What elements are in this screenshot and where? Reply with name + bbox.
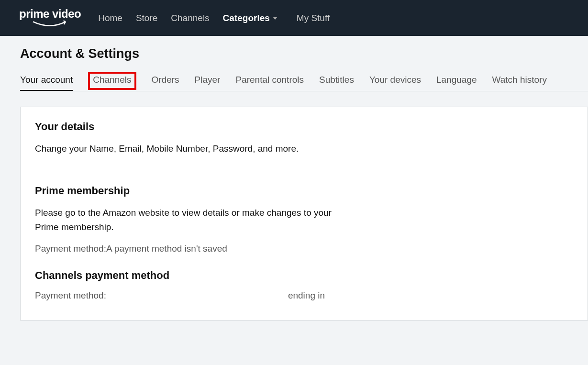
top-nav: prime video Home Store Channels Categori… (0, 0, 588, 36)
channels-payment-row: Payment method: ending in (35, 290, 573, 301)
prime-body: Please go to the Amazon website to view … (35, 206, 351, 234)
tab-orders[interactable]: Orders (152, 75, 179, 91)
your-details-body: Change your Name, Email, Mobile Number, … (35, 142, 351, 155)
channels-payment-ending: ending in (288, 290, 325, 301)
prime-video-logo[interactable]: prime video (19, 8, 81, 28)
tab-your-account[interactable]: Your account (20, 75, 73, 91)
page-title: Account & Settings (20, 46, 588, 61)
channels-payment-title: Channels payment method (35, 269, 573, 282)
chevron-down-icon (273, 17, 277, 20)
page-body: Account & Settings Your account Channels… (0, 36, 588, 321)
nav-home[interactable]: Home (98, 13, 122, 23)
channels-payment-label: Payment method: (35, 290, 106, 301)
card-your-details[interactable]: Your details Change your Name, Email, Mo… (20, 107, 588, 171)
nav-categories[interactable]: Categories (223, 13, 277, 23)
smile-icon (31, 21, 69, 28)
settings-tabs: Your account Channels Orders Player Pare… (20, 75, 588, 91)
tab-your-devices[interactable]: Your devices (369, 75, 421, 91)
prime-title: Prime membership (35, 185, 573, 197)
prime-payment-line: Payment method:A payment method isn't sa… (35, 243, 573, 254)
tab-subtitles[interactable]: Subtitles (319, 75, 354, 91)
nav-mystuff[interactable]: My Stuff (297, 13, 330, 23)
tab-player[interactable]: Player (195, 75, 221, 91)
nav-channels[interactable]: Channels (171, 13, 209, 23)
card-prime-membership: Prime membership Please go to the Amazon… (20, 171, 588, 321)
nav-store[interactable]: Store (136, 13, 157, 23)
logo-text: prime video (19, 8, 81, 20)
tab-language[interactable]: Language (436, 75, 477, 91)
tab-parental-controls[interactable]: Parental controls (235, 75, 304, 91)
your-details-title: Your details (35, 121, 573, 133)
nav-categories-label: Categories (223, 13, 270, 23)
tab-channels[interactable]: Channels (88, 72, 136, 90)
tab-watch-history[interactable]: Watch history (492, 75, 547, 91)
